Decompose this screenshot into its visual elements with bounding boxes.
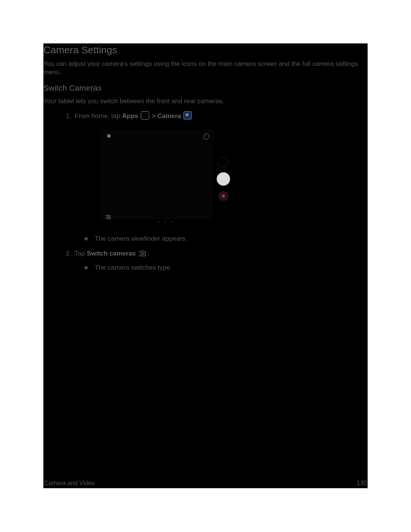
apps-icon [141, 111, 149, 120]
step1-camera-label: Camera [157, 112, 181, 120]
page-footer: Camera and Video 130 [43, 480, 368, 487]
step-2: Tap Switch cameras . The camera switches… [73, 248, 368, 273]
step1-result: The camera viewfinder appears. [84, 233, 368, 244]
steps-list: From home, tap Apps > Camera . • • • T [43, 111, 368, 273]
heading-camera-settings: Camera Settings [43, 43, 368, 56]
page-indicator-dots: • • • [158, 219, 175, 225]
step2-text-a: Tap [75, 250, 87, 257]
step2-switch-label: Switch cameras [87, 250, 136, 257]
footer-page-number: 130 [357, 480, 367, 487]
manual-page: Camera Settings You can adjust your came… [43, 43, 368, 488]
switch-intro: Your tablet lets you switch between the … [43, 97, 368, 105]
step-1: From home, tap Apps > Camera . • • • T [73, 111, 368, 244]
gear-icon [106, 133, 111, 139]
step1-text-a: From home, tap [75, 112, 122, 120]
svg-point-0 [142, 252, 144, 255]
record-button-icon [218, 191, 228, 201]
step2-result-list: The camera switches type. [75, 262, 368, 273]
mode-circle-icon [218, 157, 228, 168]
step1-period: . [193, 112, 194, 120]
camera-viewfinder-screenshot: • • • [96, 127, 237, 228]
step1-apps-label: Apps [122, 112, 139, 120]
footer-section: Camera and Video [44, 480, 95, 487]
heading-switch-cameras: Switch Cameras [43, 83, 368, 93]
step2-result: The camera switches type. [84, 262, 368, 273]
shutter-button-icon [217, 172, 230, 186]
step1-result-list: The camera viewfinder appears. [75, 233, 368, 244]
camera-icon [183, 111, 192, 120]
intro-paragraph: You can adjust your camera's settings us… [43, 60, 368, 77]
step1-sep: > [152, 112, 158, 120]
switch-camera-icon [105, 214, 111, 220]
step2-period: . [147, 250, 149, 257]
switch-camera-icon [138, 250, 147, 257]
viewfinder-preview [100, 129, 213, 219]
